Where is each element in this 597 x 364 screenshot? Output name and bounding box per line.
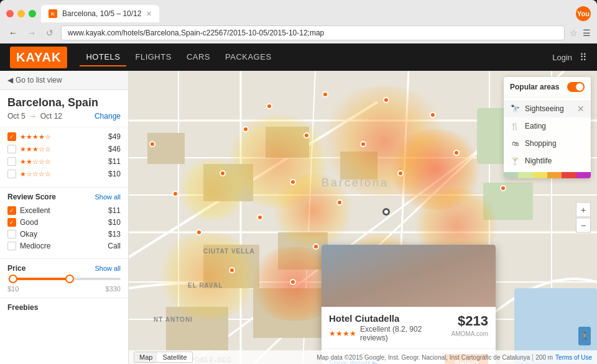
maximize-dot[interactable] <box>29 10 36 17</box>
kayak-navbar: KAYAK HOTELS FLIGHTS CARS PACKAGES Login… <box>0 43 597 71</box>
hotel-marker[interactable] <box>500 185 506 191</box>
svg-rect-23 <box>278 232 328 270</box>
minimize-dot[interactable] <box>17 10 25 17</box>
filter-shopping[interactable]: 🛍 Shopping <box>504 135 591 152</box>
kayak-logo[interactable]: KAYAK <box>10 47 67 68</box>
good-checkbox[interactable]: ✓ <box>7 218 16 227</box>
hotel-marker[interactable] <box>229 267 235 273</box>
star2-checkbox[interactable] <box>7 157 16 166</box>
price-slider-track[interactable] <box>7 278 121 280</box>
map-type-satellite[interactable]: Satellite <box>157 352 192 362</box>
map-type-map[interactable]: Map <box>134 352 157 362</box>
price-slider-thumb-min[interactable] <box>9 275 17 283</box>
hotel-marker[interactable] <box>290 179 296 185</box>
nav-cars[interactable]: CARS <box>180 48 216 66</box>
hotel-image-content <box>322 245 496 307</box>
price-range: $10 $330 <box>7 285 121 293</box>
hotel-marker[interactable] <box>430 112 436 118</box>
star4-stars: ★★★★☆ <box>20 133 51 141</box>
svg-rect-21 <box>340 152 377 180</box>
nav-flights[interactable]: FLIGHTS <box>129 48 177 66</box>
star1-checkbox[interactable] <box>7 170 16 178</box>
right-panel: Popular areas 🔭 Sightseeing ✕ 🍴 Eating 🛍 <box>504 77 591 178</box>
menu-icon[interactable]: ☰ <box>583 28 591 38</box>
filter-eating[interactable]: 🍴 Eating <box>504 117 591 135</box>
hotel-marker[interactable] <box>220 170 226 176</box>
close-dot[interactable] <box>6 10 14 17</box>
sidebar-dates: Oct 5 → Oct 12 Change <box>7 112 121 121</box>
browser-titlebar: K Barcelona, 10/5 – 10/12 ✕ You <box>0 0 597 22</box>
excellent-checkbox[interactable]: ✓ <box>7 206 16 215</box>
good-price: $10 <box>108 218 121 227</box>
color-bar <box>504 172 591 178</box>
browser-tab[interactable]: K Barcelona, 10/5 – 10/12 ✕ <box>41 5 159 22</box>
selected-hotel-marker[interactable] <box>382 208 390 216</box>
hotel-marker[interactable] <box>196 229 202 235</box>
price-section: Price Show all $10 $330 <box>0 258 128 298</box>
svg-rect-20 <box>266 127 309 158</box>
browser-chrome: K Barcelona, 10/5 – 10/12 ✕ You ← → ↺ ☆ … <box>0 0 597 43</box>
hotel-marker[interactable] <box>243 126 249 132</box>
bookmark-icon[interactable]: ☆ <box>570 28 578 38</box>
hotel-marker[interactable] <box>303 132 310 139</box>
login-button[interactable]: Login <box>552 53 572 62</box>
address-input[interactable] <box>61 25 565 40</box>
streetview-pegman[interactable]: 🚶 <box>578 327 591 345</box>
grid-icon[interactable]: ⠿ <box>580 52 587 63</box>
star-row-3: ★★★☆☆ $46 <box>7 145 121 153</box>
sightseeing-close-icon[interactable]: ✕ <box>577 104 585 114</box>
toggle-thumb <box>576 83 583 91</box>
star3-checkbox[interactable] <box>7 145 16 153</box>
browser-addressbar: ← → ↺ ☆ ☰ <box>0 22 597 43</box>
refresh-button[interactable]: ↺ <box>44 27 56 39</box>
hotel-marker[interactable] <box>266 103 272 109</box>
tab-title: Barcelona, 10/5 – 10/12 <box>62 9 141 18</box>
sidebar: ◀ Go to list view Barcelona, Spain Oct 5… <box>0 71 129 364</box>
hotel-marker[interactable] <box>172 191 178 197</box>
nav-right: Login ⠿ <box>552 52 587 63</box>
map-attribution: Map data ©2015 Google, Inst. Geogr. Naci… <box>317 354 530 361</box>
map-container[interactable]: Barcelona CIUTAT VELLA EL RAVAL NT ANTON… <box>129 71 597 364</box>
star2-stars: ★★☆☆☆ <box>20 158 51 166</box>
color-med <box>533 172 547 178</box>
hotel-marker[interactable] <box>383 97 389 103</box>
nav-hotels[interactable]: HOTELS <box>80 48 126 66</box>
hotel-price-block: $213 AMOMA.com <box>451 313 488 337</box>
review-show-all[interactable]: Show all <box>95 193 121 201</box>
hotel-marker[interactable] <box>149 141 155 147</box>
price-section-title: Price <box>7 264 25 273</box>
star3-price: $46 <box>108 145 121 153</box>
popular-areas-toggle[interactable] <box>567 82 585 92</box>
star3-stars: ★★★☆☆ <box>20 145 51 153</box>
star4-checkbox[interactable]: ✓ <box>7 132 16 141</box>
zoom-out-button[interactable]: − <box>576 218 591 233</box>
popular-areas-header: Popular areas <box>504 77 591 98</box>
filter-sightseeing[interactable]: 🔭 Sightseeing ✕ <box>504 100 591 117</box>
price-slider-thumb-max[interactable] <box>65 275 74 283</box>
hotel-marker[interactable] <box>257 214 263 221</box>
hotel-marker[interactable] <box>322 91 328 98</box>
forward-button[interactable]: → <box>25 27 39 39</box>
hotel-marker[interactable] <box>397 170 404 176</box>
tab-close-icon[interactable]: ✕ <box>146 10 152 18</box>
mediocre-checkbox[interactable] <box>7 242 16 250</box>
change-link[interactable]: Change <box>95 112 121 121</box>
hotel-marker[interactable] <box>336 199 343 206</box>
hotel-marker[interactable] <box>360 141 366 147</box>
price-show-all[interactable]: Show all <box>95 265 121 272</box>
zoom-in-button[interactable]: + <box>576 202 591 217</box>
shopping-label: Shopping <box>525 139 585 148</box>
goto-list-view[interactable]: ◀ Go to list view <box>0 71 128 90</box>
back-button[interactable]: ← <box>6 27 20 39</box>
price-max: $330 <box>106 285 121 293</box>
excellent-price: $11 <box>108 206 121 215</box>
hotel-marker[interactable] <box>313 243 319 250</box>
svg-rect-18 <box>147 133 185 164</box>
nav-packages[interactable]: PACKAGES <box>219 48 278 66</box>
hotel-marker[interactable] <box>453 150 460 156</box>
shopping-icon: 🛍 <box>510 139 520 148</box>
hotel-marker[interactable] <box>290 279 296 285</box>
terms-of-use-link[interactable]: Terms of Use <box>555 354 592 361</box>
okay-checkbox[interactable] <box>7 230 16 239</box>
filter-nightlife[interactable]: 🍸 Nightlife <box>504 152 591 170</box>
